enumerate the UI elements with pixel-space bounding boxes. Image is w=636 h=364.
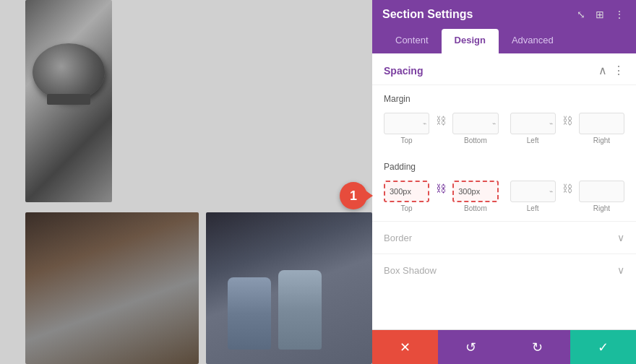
photo-bottom-left <box>25 212 199 364</box>
padding-bottom-wrap <box>452 181 498 202</box>
save-button[interactable]: ✓ <box>570 330 636 364</box>
margin-top-link-icon: ⌁ <box>423 120 426 127</box>
panel-tabs: Content Design Advanced <box>382 29 626 53</box>
margin-bottom-label: Bottom <box>464 136 487 144</box>
photo-top <box>25 0 112 202</box>
margin-bottom-pair: ⌁ Bottom <box>452 113 498 144</box>
bowl-base <box>47 94 90 105</box>
margin-lr-chain-icon: ⛓ <box>562 115 572 126</box>
border-chevron-icon: ∨ <box>617 232 624 243</box>
settings-panel: Section Settings ⤡ ⊞ ⋮ Content Design Ad… <box>372 0 636 364</box>
panel-icons: ⤡ ⊞ ⋮ <box>575 7 626 22</box>
margin-left-wrap: ⌁ <box>510 113 556 134</box>
spacing-controls: ∧ ⋮ <box>598 64 624 77</box>
padding-top-wrap <box>384 181 429 202</box>
margin-right-wrap <box>579 113 624 134</box>
margin-left-pair: ⌁ Left <box>510 113 556 144</box>
padding-right-pair: Right <box>579 181 624 212</box>
padding-right-label: Right <box>593 204 610 212</box>
padding-lr-link-btn[interactable]: ⛓ <box>559 178 576 199</box>
padding-top-input[interactable] <box>384 181 429 202</box>
padding-left-wrap: ⌁ <box>510 181 556 202</box>
columns-icon-btn[interactable]: ⊞ <box>594 7 606 22</box>
margin-bottom-wrap: ⌁ <box>452 113 498 134</box>
padding-link-chain-icon: ⛓ <box>436 183 446 194</box>
margin-left-label: Left <box>527 136 539 144</box>
margin-top-pair: ⌁ Top <box>384 113 429 144</box>
margin-right-label: Right <box>593 136 610 144</box>
border-title: Border <box>384 233 412 243</box>
tab-content[interactable]: Content <box>382 29 442 53</box>
padding-left-label: Left <box>527 204 539 212</box>
margin-top-wrap: ⌁ <box>384 113 429 134</box>
padding-bottom-label: Bottom <box>464 204 487 212</box>
panel-header: Section Settings ⤡ ⊞ ⋮ Content Design Ad… <box>372 0 636 53</box>
margin-link-btn[interactable]: ⛓ <box>432 110 450 131</box>
padding-left-link-icon: ⌁ <box>549 188 553 195</box>
padding-top-label: Top <box>401 204 413 212</box>
margin-link-chain-icon: ⛓ <box>436 115 446 126</box>
box-shadow-section[interactable]: Box Shadow ∨ <box>372 254 636 286</box>
bowl-shape <box>33 43 105 101</box>
padding-lr-chain-icon: ⛓ <box>562 183 572 194</box>
tab-advanced[interactable]: Advanced <box>499 29 567 53</box>
expand-icon-btn[interactable]: ⤡ <box>575 7 587 22</box>
photo-bottom-right <box>206 212 372 364</box>
padding-fields-row: Top ⛓ Bottom ⌁ Left <box>384 178 624 212</box>
photo-area <box>0 0 372 364</box>
padding-link-btn[interactable]: ⛓ <box>432 178 450 199</box>
padding-top-pair: Top <box>384 181 429 212</box>
margin-top-label: Top <box>401 136 413 144</box>
panel-footer: ✕ ↺ ↻ ✓ <box>372 329 636 364</box>
spacing-section-header: Spacing ∧ ⋮ <box>372 53 636 85</box>
more-icon-btn[interactable]: ⋮ <box>613 7 626 22</box>
padding-group: Padding Top ⛓ Bottom <box>372 153 636 221</box>
panel-body: Spacing ∧ ⋮ Margin ⌁ Top ⛓ <box>372 53 636 329</box>
border-section[interactable]: Border ∨ <box>372 221 636 254</box>
padding-bottom-pair: Bottom <box>452 181 498 212</box>
margin-fields-row: ⌁ Top ⛓ ⌁ Bottom <box>384 110 624 144</box>
box-shadow-chevron-icon: ∨ <box>617 264 624 276</box>
padding-left-pair: ⌁ Left <box>510 181 556 212</box>
margin-right-pair: Right <box>579 113 624 144</box>
cancel-button[interactable]: ✕ <box>372 330 438 364</box>
padding-label: Padding <box>384 162 624 172</box>
tab-design[interactable]: Design <box>442 29 499 53</box>
redo-button[interactable]: ↻ <box>504 330 570 364</box>
box-shadow-title: Box Shadow <box>384 265 437 276</box>
step-badge: 1 <box>340 182 367 209</box>
panel-title-row: Section Settings ⤡ ⊞ ⋮ <box>382 7 626 22</box>
margin-group: Margin ⌁ Top ⛓ ⌁ Bottom <box>372 85 636 153</box>
margin-right-input[interactable] <box>579 113 624 134</box>
margin-left-link-icon: ⌁ <box>549 120 553 127</box>
margin-bottom-link-icon: ⌁ <box>492 120 496 127</box>
spacing-chevron-icon[interactable]: ∧ <box>598 64 607 77</box>
margin-lr-link-btn[interactable]: ⛓ <box>559 110 576 131</box>
mug-shape-2 <box>278 270 322 350</box>
spacing-dots-icon[interactable]: ⋮ <box>613 64 624 77</box>
undo-button[interactable]: ↺ <box>438 330 504 364</box>
panel-title: Section Settings <box>382 8 473 21</box>
padding-right-wrap <box>579 181 624 202</box>
padding-bottom-input[interactable] <box>452 181 498 202</box>
margin-label: Margin <box>384 94 624 104</box>
mug-shape-1 <box>228 277 271 350</box>
padding-right-input[interactable] <box>579 181 624 202</box>
spacing-title: Spacing <box>384 65 423 77</box>
